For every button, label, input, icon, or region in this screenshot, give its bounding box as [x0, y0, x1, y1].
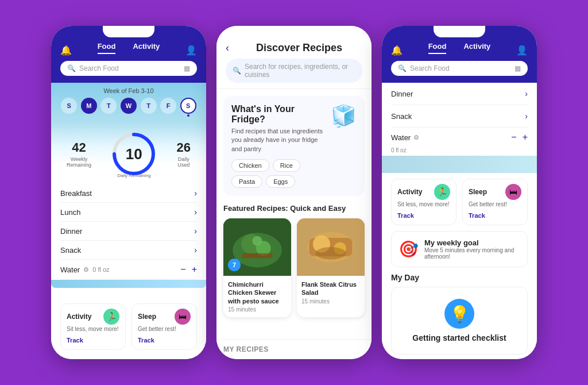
weekly-remaining-stat: 42 WeeklyRemaining	[67, 140, 91, 168]
activity-desc-1: Sit less, move more!	[67, 326, 119, 332]
phone-2-nav: ‹ Discover Recipes	[226, 42, 362, 54]
checklist-card: 💡 Getting started checklist	[391, 287, 528, 355]
phone-2: ‹ Discover Recipes 🔍 Search for recipes,…	[216, 26, 372, 359]
bell-icon: 🔔	[60, 45, 72, 56]
weekly-remaining-label: WeeklyRemaining	[67, 156, 91, 168]
sleep-track-btn-1[interactable]: Track	[138, 337, 154, 344]
phone-3-notch	[434, 26, 485, 37]
chevron-snack: ›	[194, 245, 197, 255]
week-bar: Week of Feb 3-10 S M T W T F S	[51, 83, 206, 123]
meal-row-dinner-3[interactable]: Dinner ›	[391, 83, 528, 105]
barcode-icon-3[interactable]: ▦	[514, 64, 521, 72]
activity-track-btn-3[interactable]: Track	[397, 212, 414, 219]
sleep-track-btn-3[interactable]: Track	[469, 212, 485, 219]
tag-eggs[interactable]: Eggs	[266, 175, 295, 188]
goal-icon: 🎯	[399, 240, 419, 259]
day-m[interactable]: M	[81, 98, 97, 114]
recipe-img-flank	[297, 218, 365, 276]
search-placeholder-2: Search for recipes, ingredients, or cuis…	[245, 63, 355, 79]
barcode-icon-1[interactable]: ▦	[184, 64, 190, 72]
recipe-card-chimichurri[interactable]: 7 Chimichurri Chicken Skewer with pesto …	[223, 218, 291, 317]
recipe-card-flank[interactable]: Flank Steak Citrus Salad 15 minutes	[297, 218, 365, 317]
water-controls-1: − +	[180, 264, 197, 275]
water-minus-btn-3[interactable]: −	[511, 132, 516, 143]
activity-title-3: Activity	[397, 188, 422, 196]
phone-3-content: Dinner › Snack › Water ⚙ − +	[382, 83, 537, 359]
goal-desc: Move 5 minutes every morning and afterno…	[424, 247, 520, 260]
recipe-time-flank: 15 minutes	[301, 298, 360, 305]
phone-2-content: What's in Your Fridge? Find recipes that…	[216, 89, 372, 339]
phones-container: 🔔 Food Activity 👤 🔍 Search Food ▦ Week o…	[51, 26, 537, 359]
search-placeholder-1: Search Food	[79, 64, 119, 72]
chevron-dinner-3: ›	[525, 89, 528, 98]
back-icon-2[interactable]: ‹	[226, 42, 229, 54]
sleep-title-1: Sleep	[138, 313, 156, 321]
water-gear-icon-3[interactable]: ⚙	[413, 134, 419, 141]
sleep-card-3: Sleep 🛏 Get better rest! Track	[462, 179, 528, 225]
day-s2[interactable]: S	[180, 98, 196, 114]
tab-food-3[interactable]: Food	[428, 42, 447, 54]
tag-pasta[interactable]: Pasta	[231, 175, 262, 188]
meal-snack: Snack	[60, 246, 81, 255]
my-day-label: My Day	[382, 273, 537, 287]
day-t2[interactable]: T	[141, 98, 157, 114]
chevron-dinner: ›	[194, 226, 197, 236]
meal-dinner: Dinner	[60, 227, 82, 236]
phone-1: 🔔 Food Activity 👤 🔍 Search Food ▦ Week o…	[51, 26, 206, 359]
meal-row-dinner[interactable]: Dinner ›	[60, 222, 197, 241]
phone-3-tab-icons: 🔔 Food Activity 👤	[391, 42, 528, 59]
tag-chicken[interactable]: Chicken	[231, 159, 269, 172]
meal-row-breakfast[interactable]: Breakfast ›	[60, 184, 197, 203]
tab-activity-3[interactable]: Activity	[463, 42, 490, 54]
sleep-desc-3: Get better rest!	[469, 201, 521, 207]
day-f[interactable]: F	[160, 98, 176, 114]
day-circles: S M T W T F S	[59, 98, 198, 114]
user-icon-1: 👤	[185, 45, 197, 56]
water-minus-btn-1[interactable]: −	[180, 264, 185, 275]
phone-1-notch	[103, 26, 154, 37]
activity-card-1: Activity 🏃 Sit less, move more! Track	[60, 303, 126, 350]
daily-remaining-circle: 10 Daily Remaining	[111, 131, 157, 177]
search-bar-1[interactable]: 🔍 Search Food ▦	[60, 61, 197, 76]
phone-3: 🔔 Food Activity 👤 🔍 Search Food ▦ Dinner…	[382, 26, 537, 359]
water-gear-icon-1[interactable]: ⚙	[83, 266, 89, 274]
search-bar-3[interactable]: 🔍 Search Food ▦	[391, 61, 528, 76]
water-left-1: Water ⚙ 0 fl oz	[60, 265, 110, 274]
activity-card-3: Activity 🏃 Sit less, move more! Track	[391, 179, 457, 225]
stats-section: 42 WeeklyRemaining 10 Daily Remaining 26…	[51, 123, 206, 183]
fridge-text: What's in Your Fridge? Find recipes that…	[231, 104, 325, 188]
tab-activity-1[interactable]: Activity	[133, 42, 160, 54]
water-controls-3: − +	[511, 132, 528, 143]
phone-2-notch	[268, 26, 320, 37]
phone-1-tab-icons: 🔔 Food Activity 👤	[60, 42, 197, 59]
day-w[interactable]: W	[121, 98, 137, 114]
water-row-1: Water ⚙ 0 fl oz − +	[60, 260, 197, 280]
fridge-title: What's in Your Fridge?	[231, 104, 325, 125]
day-t1[interactable]: T	[100, 98, 117, 114]
fridge-card: What's in Your Fridge? Find recipes that…	[223, 96, 365, 196]
checklist-title: Getting started checklist	[412, 333, 506, 342]
water-plus-btn-1[interactable]: +	[192, 264, 197, 275]
tab-food-1[interactable]: Food	[98, 42, 116, 54]
ingredient-tags: Chicken Rice Pasta Eggs	[231, 159, 325, 188]
search-placeholder-3: Search Food	[410, 64, 450, 72]
meal-row-snack[interactable]: Snack ›	[60, 241, 197, 260]
activity-title-1: Activity	[67, 313, 91, 321]
activity-card-header-1: Activity 🏃	[67, 309, 119, 325]
chevron-lunch: ›	[194, 207, 197, 217]
meals-list-1: Breakfast › Lunch › Dinner › Snack › Wat…	[51, 183, 206, 299]
meal-snack-3: Snack	[391, 112, 412, 121]
search-bar-2[interactable]: 🔍 Search for recipes, ingredients, or cu…	[226, 59, 362, 83]
phone-3-tabs: Food Activity	[428, 42, 491, 54]
tag-rice[interactable]: Rice	[273, 159, 300, 172]
activity-track-btn-1[interactable]: Track	[67, 337, 83, 344]
phone-1-tabs: Food Activity	[98, 42, 160, 54]
day-s1[interactable]: S	[61, 98, 77, 114]
svg-point-13	[315, 247, 346, 259]
recipe-time-chimichurri: 15 minutes	[228, 306, 287, 313]
chevron-breakfast: ›	[194, 188, 197, 198]
meal-row-snack-3[interactable]: Snack ›	[391, 105, 528, 128]
meal-row-lunch[interactable]: Lunch ›	[60, 203, 197, 222]
sleep-title-3: Sleep	[469, 188, 487, 196]
water-plus-btn-3[interactable]: +	[523, 132, 528, 143]
